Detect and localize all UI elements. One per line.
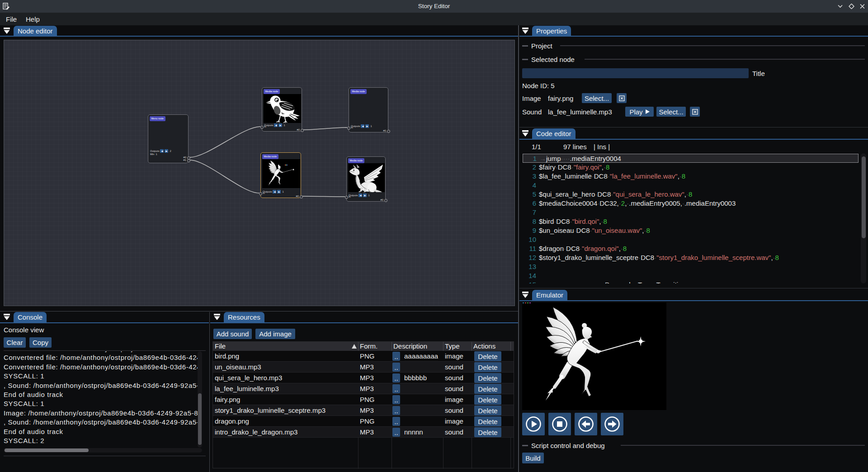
tab-emulator[interactable]: Emulator <box>532 290 567 300</box>
code-line-4[interactable]: 4 <box>523 181 859 190</box>
output-port[interactable] <box>300 195 303 198</box>
maximize-button[interactable] <box>849 4 854 9</box>
code-vscrollbar[interactable] <box>861 153 866 283</box>
delete-button[interactable]: Delete <box>474 351 501 361</box>
column-header-description[interactable]: Description <box>392 342 427 350</box>
edit-description-button[interactable]: .. <box>392 373 400 382</box>
outputs-decrement-button[interactable]: ◀ <box>274 123 278 127</box>
tab-console[interactable]: Console <box>14 312 47 322</box>
collapse-icon[interactable] <box>4 28 10 34</box>
stop-button[interactable] <box>548 413 571 435</box>
code-line-1[interactable]: 1→jump····.mediaEntry0004 <box>523 154 859 163</box>
resource-row-dragon.png[interactable]: dragon.pngPNG..imageDelete <box>213 416 514 427</box>
node-canvas[interactable]: Menu nodeOutputs◀▶ 2Min 1#0#1Media nodeO… <box>4 40 515 306</box>
delete-button[interactable]: Delete <box>474 416 501 426</box>
graph-node-menu[interactable]: Menu nodeOutputs◀▶ 2Min 1#0#1 <box>148 114 189 163</box>
code-line-5[interactable]: 5$qui_sera_le_hero·DC8·"qui_sera_le_hero… <box>523 190 859 199</box>
code-line-12[interactable]: 12$story1_drako_luminelle_sceptre·DC8·"s… <box>523 253 859 262</box>
input-port[interactable] <box>260 126 264 129</box>
outputs-decrement-button[interactable]: ◀ <box>273 190 276 194</box>
column-header-actions[interactable]: Actions <box>472 342 495 350</box>
resource-row-qui_sera_le_hero.mp3[interactable]: qui_sera_le_hero.mp3MP3..bbbbbbsoundDele… <box>213 373 514 383</box>
code-line-8[interactable]: 8$bird·DC8·"bird.qoi",·8 <box>523 217 859 226</box>
outputs-decrement-button[interactable]: ◀ <box>361 124 364 128</box>
tab-node-editor[interactable]: Node editor <box>14 26 57 36</box>
console-output[interactable]: Convertered file: /home/anthony/ostproj/… <box>4 351 198 448</box>
console-hscrollbar[interactable] <box>4 448 202 453</box>
tab-code-editor[interactable]: Code editor <box>532 128 576 139</box>
code-line-3[interactable]: 3$la_fee_luminelle·DC8·"la_fee_luminelle… <box>523 172 859 181</box>
output-port[interactable] <box>187 159 190 162</box>
resource-row-fairy.png[interactable]: fairy.pngPNG..imageDelete <box>213 394 514 405</box>
collapse-icon[interactable] <box>522 28 528 34</box>
image-select-button[interactable]: Select... <box>582 93 612 103</box>
tab-resources[interactable]: Resources <box>224 312 264 322</box>
graph-node-fairy[interactable]: Media nodeOutputs◀▶ 1In#0 <box>260 152 301 198</box>
code-line-10[interactable]: 10 <box>523 235 859 244</box>
outputs-increment-button[interactable]: ▶ <box>165 149 168 153</box>
title-input[interactable] <box>522 68 749 78</box>
menu-help[interactable]: Help <box>26 15 40 23</box>
add-image-button[interactable]: Add image <box>255 329 295 339</box>
edit-description-button[interactable]: .. <box>392 417 400 426</box>
resource-row-bird.png[interactable]: bird.pngPNG..aaaaaaaaaimageDelete <box>213 351 514 362</box>
sound-select-button[interactable]: Select... <box>656 107 686 117</box>
code-area[interactable]: 1→jump····.mediaEntry00042$fairy·DC8·"fa… <box>523 153 859 283</box>
delete-button[interactable]: Delete <box>474 362 501 372</box>
input-port[interactable] <box>345 196 348 199</box>
edit-description-button[interactable]: .. <box>392 384 400 393</box>
output-port[interactable] <box>384 199 387 202</box>
code-line-13[interactable]: 13 <box>523 262 859 271</box>
outputs-increment-button[interactable]: ▶ <box>365 124 369 128</box>
outputs-increment-button[interactable]: ▶ <box>277 190 281 194</box>
close-icon[interactable] <box>859 4 865 9</box>
delete-button[interactable]: Delete <box>474 427 501 437</box>
graph-node-bird[interactable]: Media nodeOutputs◀▶ 1In#0 <box>262 87 302 132</box>
splitter-horizontal-left[interactable] <box>0 311 518 312</box>
resource-row-un_oiseau.mp3[interactable]: un_oiseau.mp3MP3..soundDelete <box>213 362 514 373</box>
build-button[interactable]: Build <box>522 453 544 463</box>
sound-play-button[interactable]: Play <box>625 107 654 117</box>
delete-button[interactable]: Delete <box>474 395 501 405</box>
edit-description-button[interactable]: .. <box>392 428 400 437</box>
splitter-vertical-bottom[interactable] <box>209 312 210 472</box>
code-line-6[interactable]: 6$mediaChoice0004·DC32,·2,·.mediaEntry00… <box>523 199 859 208</box>
collapse-icon[interactable] <box>522 292 528 298</box>
code-line-7[interactable]: 7 <box>523 208 859 217</box>
splitter-code-emulator[interactable] <box>519 288 868 288</box>
edit-description-button[interactable]: .. <box>392 406 400 415</box>
edit-description-button[interactable]: .. <box>392 395 400 404</box>
code-line-14[interactable]: 14 <box>523 271 859 280</box>
edit-description-button[interactable]: .. <box>392 363 400 372</box>
resource-row-la_fee_luminelle.mp3[interactable]: la_fee_luminelle.mp3MP3..soundDelete <box>213 383 514 394</box>
copy-button[interactable]: Copy <box>29 337 52 348</box>
tab-properties[interactable]: Properties <box>532 26 571 36</box>
column-header-type[interactable]: Type <box>443 342 460 350</box>
add-sound-button[interactable]: Add sound <box>213 329 252 339</box>
forward-button[interactable] <box>601 413 623 435</box>
collapse-icon[interactable] <box>214 314 220 321</box>
code-line-11[interactable]: 11$dragon·DC8·"dragon.qoi",·8 <box>523 244 859 253</box>
splitter-vertical-main[interactable] <box>518 25 519 472</box>
input-port[interactable] <box>259 192 262 195</box>
graph-node-empty[interactable]: Media nodeOutputs◀▶ 1In#0 <box>349 87 388 132</box>
clear-button[interactable]: Clear <box>4 337 26 348</box>
delete-button[interactable]: Delete <box>474 406 501 415</box>
edit-description-button[interactable]: .. <box>392 352 400 361</box>
play-button[interactable] <box>522 413 545 435</box>
input-port[interactable] <box>347 127 350 130</box>
resource-row-story1_drako_luminelle_sceptre.mp3[interactable]: story1_drako_luminelle_sceptre.mp3MP3..s… <box>213 405 514 416</box>
outputs-decrement-button[interactable]: ◀ <box>359 194 362 197</box>
delete-button[interactable]: Delete <box>474 384 501 394</box>
minimize-button[interactable] <box>837 4 843 9</box>
code-line-15[interactable]: 15 Demande Type Transition <box>523 280 859 283</box>
outputs-decrement-button[interactable]: ◀ <box>160 149 164 153</box>
outputs-increment-button[interactable]: ▶ <box>363 194 367 197</box>
collapse-icon[interactable] <box>522 130 528 137</box>
collapse-icon[interactable] <box>4 314 10 321</box>
delete-button[interactable]: Delete <box>474 373 501 383</box>
back-button[interactable] <box>575 413 597 435</box>
output-port[interactable] <box>301 129 304 132</box>
sound-clear-button[interactable] <box>690 107 700 117</box>
graph-node-dragon[interactable]: Media nodeOutputs◀▶ 1In#0 <box>346 156 386 202</box>
